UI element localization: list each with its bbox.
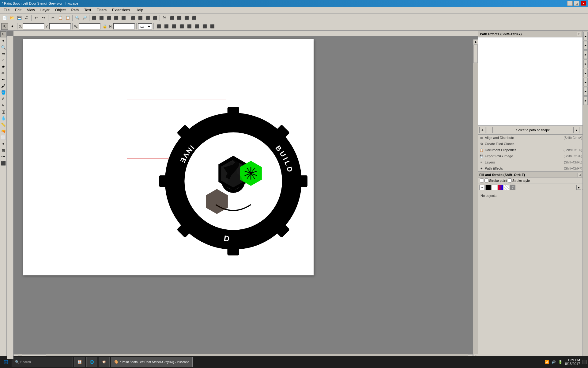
object-flip-h[interactable]: ⬛ xyxy=(113,14,119,21)
connector-tool[interactable]: ⤷ xyxy=(0,102,6,108)
remove-effect-button[interactable]: − xyxy=(487,127,493,133)
fill-stroke-dock[interactable]: □ xyxy=(578,173,582,177)
move-up-button[interactable]: ▲ xyxy=(573,127,579,133)
snap-page[interactable]: ⬛ xyxy=(183,14,190,21)
menu-file[interactable]: File xyxy=(1,7,12,13)
taskbar-search[interactable]: 🔍 Search xyxy=(12,357,73,367)
bucket-tool[interactable]: 🪣 xyxy=(0,89,6,95)
right-mini-btn-5[interactable]: ▶ xyxy=(583,69,588,77)
right-mini-btn-2[interactable]: ▶ xyxy=(583,41,588,50)
open-button[interactable]: 📂 xyxy=(9,14,15,21)
zoom-out-button[interactable]: 🔎 xyxy=(81,14,88,21)
lock-ratio-button[interactable]: 🔒 xyxy=(101,23,108,30)
w-input[interactable] xyxy=(79,23,100,29)
text-tool[interactable]: A xyxy=(0,96,6,102)
scroll-thumb[interactable] xyxy=(473,44,478,63)
menu-filters[interactable]: Filters xyxy=(94,7,109,13)
node-toggle[interactable]: ⬛ xyxy=(130,14,136,21)
maximize-button[interactable]: □ xyxy=(574,1,579,6)
right-mini-btn-4[interactable]: ▶ xyxy=(583,59,588,68)
calligraphy-tool[interactable]: 🖌 xyxy=(0,83,6,89)
select-tool[interactable]: ↖ xyxy=(0,31,6,37)
snap-nodes[interactable]: ⬛ xyxy=(168,14,175,21)
print-button[interactable]: 🖨 xyxy=(23,14,30,21)
transform-y-button[interactable]: ⬛ xyxy=(163,23,170,30)
path-diff[interactable]: ⬛ xyxy=(144,14,151,21)
y-input[interactable] xyxy=(49,23,71,29)
snap-bbox[interactable]: ⬛ xyxy=(176,14,183,21)
taskbar-browser[interactable]: 🌐 xyxy=(86,357,97,367)
fill-gradient-button[interactable] xyxy=(498,185,503,190)
menu-extensions[interactable]: Extensions xyxy=(110,7,133,13)
menu-object[interactable]: Object xyxy=(53,7,68,13)
right-mini-btn-7[interactable]: ▶ xyxy=(583,87,588,96)
fill-pattern-button[interactable] xyxy=(504,185,509,190)
path-effects-item[interactable]: ✴ Path Effects (Shift+Ctrl+7) — xyxy=(478,165,588,171)
align-top-button[interactable]: ⬛ xyxy=(194,23,200,30)
nodes-button[interactable]: ⬛ xyxy=(105,14,112,21)
spray-tool[interactable]: 🔫 xyxy=(0,128,6,134)
paste-button[interactable]: 📋 xyxy=(64,14,71,21)
new-button[interactable]: 📄 xyxy=(1,14,8,21)
align-left-button[interactable]: ⬛ xyxy=(171,23,177,30)
export-png-item[interactable]: 💾 Export PNG Image (Shift+Ctrl+E) — xyxy=(478,153,588,159)
transform-button[interactable]: ⬛ xyxy=(91,14,97,21)
add-effect-button[interactable]: + xyxy=(479,127,485,133)
menu-path[interactable]: Path xyxy=(69,7,81,13)
fill-black-button[interactable] xyxy=(485,185,491,190)
zoom-tool[interactable]: 🔍 xyxy=(0,44,6,50)
right-mini-btn-6[interactable]: ▶ xyxy=(583,78,588,86)
minimize-button[interactable]: — xyxy=(567,1,573,6)
doc-properties-item[interactable]: 📋 Document Properties (Shift+Ctrl+D) — xyxy=(478,147,588,153)
menu-text[interactable]: Text xyxy=(82,7,93,13)
edit-fill-button[interactable]: ✏ xyxy=(479,185,485,190)
right-mini-btn-8[interactable]: ▶ xyxy=(583,96,588,105)
path-effects-dock[interactable]: □ xyxy=(577,32,581,36)
gradient-tool[interactable]: ◫ xyxy=(0,109,6,115)
menu-edit[interactable]: Edit xyxy=(13,7,24,13)
rect-tool[interactable]: ▭ xyxy=(0,51,6,57)
vertical-scrollbar[interactable]: ▲ ▼ xyxy=(473,39,478,359)
align-center-v-button[interactable]: ⬛ xyxy=(201,23,208,30)
transform-x-button[interactable]: ⬛ xyxy=(155,23,162,30)
align-right-button[interactable]: ⬛ xyxy=(186,23,193,30)
scroll-up-button[interactable]: ▲ xyxy=(473,39,478,44)
show-desktop-button[interactable] xyxy=(582,360,587,364)
copy-button[interactable]: 📋 xyxy=(57,14,64,21)
right-mini-btn-3[interactable]: ▶ xyxy=(583,50,588,59)
x-input[interactable] xyxy=(23,23,44,29)
pencil-tool[interactable]: ✏ xyxy=(0,70,6,76)
right-mini-btn-1[interactable]: ▶ xyxy=(583,32,588,40)
path-intersect[interactable]: ⬛ xyxy=(152,14,158,21)
close-button[interactable]: ✕ xyxy=(581,1,586,6)
tiled-clones-item[interactable]: ⧉ Create Tiled Clones — xyxy=(478,141,588,147)
fill-unset-button[interactable]: ? xyxy=(510,185,515,190)
taskbar-windows[interactable]: 🪟 xyxy=(74,357,85,367)
align-bottom-button[interactable]: ⬛ xyxy=(209,23,216,30)
fill-heart-button[interactable]: ♥ xyxy=(576,185,581,190)
menu-view[interactable]: View xyxy=(24,7,37,13)
fill-white-button[interactable] xyxy=(492,185,497,190)
align-button[interactable]: ⬛ xyxy=(98,14,105,21)
canvas-area[interactable]: INVENTION STUDIO BUILD INVE xyxy=(7,31,478,359)
tweak-tool[interactable]: 〜 xyxy=(0,154,6,160)
ellipse-tool[interactable]: ○ xyxy=(0,57,6,63)
node-tool-indicator[interactable]: ✦ xyxy=(9,23,16,30)
stroke-paint-checkbox[interactable] xyxy=(484,178,488,182)
path-union[interactable]: ⬛ xyxy=(137,14,144,21)
object-flip-v[interactable]: ⬛ xyxy=(120,14,127,21)
mesh-tool[interactable]: ⊞ xyxy=(0,147,6,153)
layers-item[interactable]: ≡ Layers (Shift+Ctrl+L) — xyxy=(478,159,588,165)
menu-help[interactable]: Help xyxy=(133,7,146,13)
node-tool[interactable]: ✦ xyxy=(0,38,6,44)
align-center-h-button[interactable]: ⬛ xyxy=(178,23,185,30)
measure-tool[interactable]: 📏 xyxy=(0,121,6,128)
stroke-style-checkbox[interactable] xyxy=(508,178,512,182)
eraser-tool[interactable]: ⬜ xyxy=(0,134,6,140)
star-tool[interactable]: ★ xyxy=(0,63,6,70)
taskbar-app3[interactable]: 🐶 xyxy=(99,357,110,367)
snap-global[interactable]: % xyxy=(161,14,168,21)
undo-button[interactable]: ↩ xyxy=(33,14,40,21)
path-effects-tool[interactable]: ✦ xyxy=(0,141,6,147)
crop-tool[interactable]: ⬛ xyxy=(0,160,6,166)
